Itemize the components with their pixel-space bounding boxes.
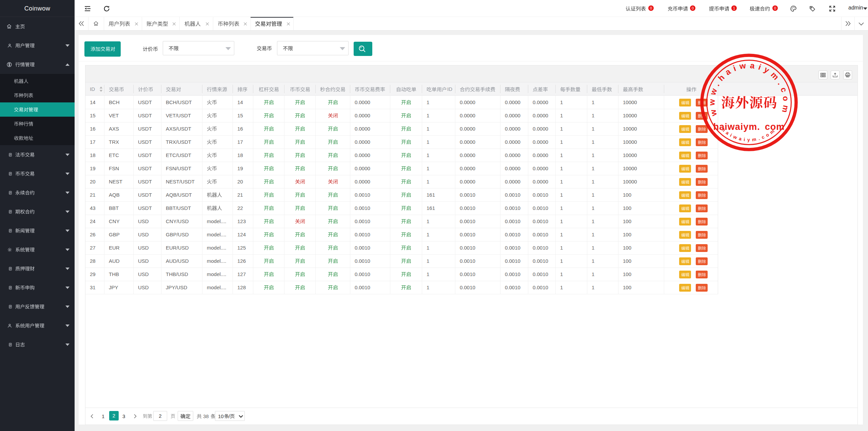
svg-text:www.haiwaiym.com: www.haiwaiym.com xyxy=(707,60,791,117)
